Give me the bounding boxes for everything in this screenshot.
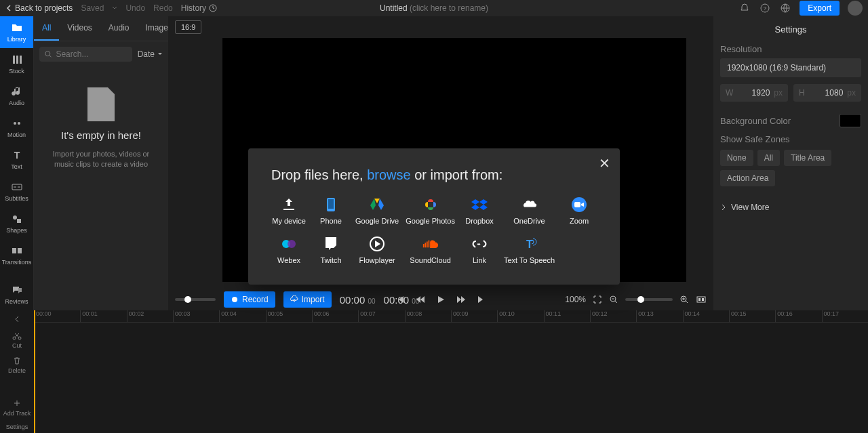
rewind-icon[interactable] [416, 295, 425, 304]
zoom-slider[interactable] [625, 298, 673, 301]
twitch-icon [323, 236, 339, 252]
svg-rect-10 [12, 248, 16, 253]
sidebar-item-text[interactable]: TText [0, 144, 33, 176]
svg-point-20 [18, 337, 21, 339]
close-icon[interactable]: ✕ [599, 155, 610, 171]
source-label: Link [473, 256, 486, 264]
zoom-out-icon[interactable] [609, 295, 618, 304]
import-button[interactable]: Import [283, 291, 332, 308]
import-source-link[interactable]: Link [462, 236, 497, 264]
sidebar-item-shapes[interactable]: Shapes [0, 207, 33, 239]
source-label: Google Drive [355, 217, 399, 225]
zoom-icon [571, 197, 587, 213]
fullscreen-icon[interactable] [593, 295, 602, 304]
import-source-onedrive[interactable]: OneDrive [504, 197, 555, 225]
globe-icon[interactable] [779, 2, 791, 14]
undo-button[interactable]: Undo [125, 3, 145, 13]
zoom-in-icon[interactable] [679, 295, 689, 304]
ruler-tick: 00:05 [266, 310, 312, 322]
help-icon[interactable]: ? [759, 2, 771, 14]
empty-state: It's empty in here! Import your photos, … [34, 67, 168, 310]
back-to-projects[interactable]: Back to projects [5, 3, 73, 13]
ruler-tick: 00:16 [775, 310, 821, 322]
import-source-phone[interactable]: Phone [313, 197, 349, 225]
empty-title: It's empty in here! [61, 129, 141, 141]
skip-end-icon[interactable] [477, 295, 486, 304]
import-source-flowplayer[interactable]: Flowplayer [355, 236, 399, 264]
ruler-tick: 00:03 [173, 310, 219, 322]
safe-zones-label: Show Safe Zones [720, 134, 861, 144]
import-source-zoom[interactable]: Zoom [561, 197, 597, 225]
add-track-button[interactable]: Add Track [3, 398, 31, 417]
sidebar-item-motion[interactable]: Motion [0, 112, 33, 144]
library-panel: All Videos Audio Images Date It's empty … [34, 16, 168, 310]
tab-videos[interactable]: Videos [59, 16, 100, 41]
import-source-google-drive[interactable]: Google Drive [355, 197, 399, 225]
ruler-tick: 00:07 [358, 310, 404, 322]
safe-zone-title-area[interactable]: Title Area [784, 150, 831, 166]
sidebar-item-transitions[interactable]: Transitions [0, 239, 33, 271]
bell-icon[interactable] [738, 2, 751, 14]
search-input[interactable] [56, 49, 126, 59]
import-source-google-photos[interactable]: Google Photos [406, 197, 455, 225]
browse-link[interactable]: browse [367, 167, 410, 182]
ruler-tick: 00:11 [544, 310, 590, 322]
link-icon [471, 236, 488, 252]
time-ruler[interactable]: 00:0000:0100:0200:0300:0400:0500:0600:07… [34, 310, 868, 323]
skip-start-icon[interactable] [395, 295, 405, 304]
import-source-my-device[interactable]: My device [271, 197, 307, 225]
import-source-dropbox[interactable]: Dropbox [462, 197, 497, 225]
soundcloud-icon [422, 236, 439, 252]
fastforward-icon[interactable] [456, 295, 466, 304]
safe-zone-action-area[interactable]: Action Area [720, 170, 775, 186]
timeline-settings[interactable]: Settings [6, 424, 28, 430]
redo-button[interactable]: Redo [153, 3, 173, 13]
sidebar-item-subtitles[interactable]: Subtitles [0, 176, 33, 207]
sidebar-item-reviews[interactable]: Reviews [0, 279, 33, 310]
sort-select[interactable]: Date [138, 49, 163, 59]
view-more[interactable]: View More [720, 203, 861, 212]
svg-rect-9 [17, 219, 21, 223]
history-button[interactable]: History [181, 3, 217, 13]
export-button[interactable]: Export [800, 1, 840, 16]
timeline-body[interactable]: 00:0000:0100:0200:0300:0400:0500:0600:07… [34, 310, 868, 433]
tab-all[interactable]: All [34, 16, 59, 41]
height-input[interactable]: H1080px [793, 84, 861, 102]
resolution-select[interactable]: 1920x1080 (16:9 Standard) [720, 58, 861, 77]
aspect-ratio[interactable]: 16:9 [175, 20, 201, 34]
bg-color-swatch[interactable] [840, 114, 861, 127]
webex-icon [281, 236, 297, 252]
import-source-text-to-speech[interactable]: TText To Speech [504, 236, 555, 264]
import-source-soundcloud[interactable]: SoundCloud [406, 236, 455, 264]
volume-slider[interactable] [175, 298, 216, 301]
search-box[interactable] [39, 47, 132, 62]
safe-zone-all[interactable]: All [757, 150, 780, 166]
cut-button[interactable]: Cut [12, 331, 22, 349]
record-button[interactable]: Record [224, 291, 275, 308]
record-icon [231, 295, 239, 304]
tab-audio[interactable]: Audio [100, 16, 138, 41]
timeline: Cut Delete Add Track Settings 00:0000:01… [0, 310, 868, 433]
delete-button[interactable]: Delete [8, 356, 26, 374]
ruler-tick: 00:15 [729, 310, 775, 322]
svg-point-13 [232, 297, 237, 302]
sidebar-item-audio[interactable]: Audio [0, 80, 33, 112]
phone-icon [323, 197, 339, 213]
fit-icon[interactable] [696, 294, 707, 305]
ruler-tick: 00:06 [312, 310, 358, 322]
import-source-webex[interactable]: Webex [271, 236, 307, 264]
collapse-button[interactable] [12, 314, 22, 324]
chevron-left-icon [5, 5, 12, 12]
avatar[interactable] [848, 1, 863, 16]
dropbox-icon [471, 197, 488, 213]
width-input[interactable]: W1920px [720, 84, 788, 102]
play-icon[interactable] [436, 295, 446, 304]
sidebar-item-stock[interactable]: Stock [0, 48, 33, 80]
project-title[interactable]: Untitled (click here to rename) [380, 3, 488, 13]
safe-zone-none[interactable]: None [720, 150, 753, 166]
import-source-twitch[interactable]: Twitch [313, 236, 349, 264]
playhead[interactable] [34, 310, 35, 433]
sidebar-item-library[interactable]: Library [0, 16, 33, 48]
ruler-tick: 00:00 [34, 310, 80, 322]
caret-down-icon[interactable] [112, 5, 117, 11]
